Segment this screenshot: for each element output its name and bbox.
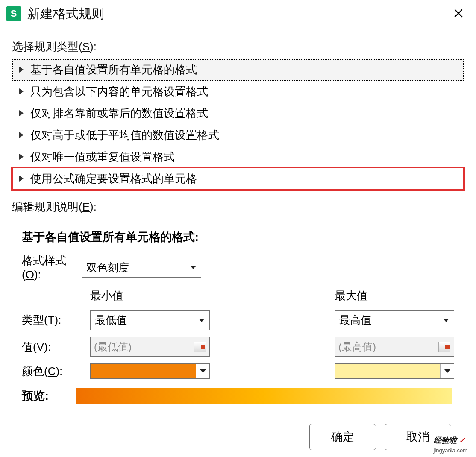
svg-marker-8 bbox=[443, 319, 449, 322]
color-label: 颜色(C): bbox=[22, 364, 82, 379]
min-type-value: 最低值 bbox=[95, 313, 127, 327]
triangle-icon bbox=[18, 66, 24, 74]
dialog-content: 选择规则类型(S): 基于各自值设置所有单元格的格式 只为包含以下内容的单元格设… bbox=[0, 29, 476, 450]
max-value-placeholder: (最高值) bbox=[338, 340, 376, 354]
format-style-label: 格式样式(O): bbox=[22, 253, 82, 281]
svg-marker-0 bbox=[19, 67, 24, 73]
rule-type-text: 使用公式确定要设置格式的单元格 bbox=[30, 171, 197, 186]
max-type-value: 最高值 bbox=[339, 313, 371, 327]
select-rule-type-label: 选择规则类型(S): bbox=[12, 39, 464, 54]
range-picker-icon bbox=[194, 342, 206, 352]
rule-type-item[interactable]: 基于各自值设置所有单元格的格式 bbox=[12, 59, 464, 81]
ok-button[interactable]: 确定 bbox=[309, 424, 376, 450]
watermark-text: 经验啦 bbox=[434, 436, 457, 445]
max-type-dropdown[interactable]: 最高值 bbox=[335, 310, 454, 330]
rule-type-text: 仅对高于或低于平均值的数值设置格式 bbox=[30, 128, 219, 143]
rule-type-text: 仅对唯一值或重复值设置格式 bbox=[30, 149, 175, 164]
svg-marker-7 bbox=[199, 319, 205, 322]
close-icon bbox=[453, 8, 464, 19]
chevron-down-icon bbox=[440, 364, 454, 378]
dialog-footer: 确定 取消 bbox=[12, 413, 464, 450]
edit-rule-desc-label: 编辑规则说明(E): bbox=[12, 199, 464, 214]
triangle-icon bbox=[18, 109, 24, 118]
chevron-down-icon bbox=[190, 265, 197, 270]
svg-marker-9 bbox=[200, 369, 206, 373]
triangle-icon bbox=[18, 153, 24, 161]
app-icon: S bbox=[6, 6, 21, 21]
max-value-input: (最高值) bbox=[335, 337, 454, 357]
rule-type-text: 只为包含以下内容的单元格设置格式 bbox=[30, 84, 208, 99]
format-style-value: 双色刻度 bbox=[86, 261, 129, 275]
value-grid: 最小值 最大值 类型(T): 最低值 最高值 值(V): (最低值) bbox=[22, 288, 454, 379]
triangle-icon bbox=[18, 131, 24, 140]
max-color-picker[interactable] bbox=[335, 363, 454, 379]
gradient-fill bbox=[76, 388, 452, 404]
svg-marker-3 bbox=[19, 132, 24, 138]
chevron-down-icon bbox=[198, 318, 205, 322]
max-header: 最大值 bbox=[335, 288, 454, 303]
rule-type-list: 基于各自值设置所有单元格的格式 只为包含以下内容的单元格设置格式 仅对排名靠前或… bbox=[12, 59, 464, 190]
svg-marker-4 bbox=[19, 154, 24, 160]
color-swatch-orange bbox=[91, 364, 196, 378]
svg-marker-5 bbox=[19, 176, 24, 182]
svg-marker-6 bbox=[190, 266, 196, 269]
rule-type-item[interactable]: 只为包含以下内容的单元格设置格式 bbox=[12, 81, 464, 103]
edit-rule-panel: 基于各自值设置所有单元格的格式: 格式样式(O): 双色刻度 最小值 最大值 类… bbox=[12, 220, 464, 413]
triangle-icon bbox=[18, 88, 24, 96]
min-value-input: (最低值) bbox=[90, 337, 210, 357]
svg-marker-10 bbox=[444, 369, 450, 373]
rule-type-text: 仅对排名靠前或靠后的数值设置格式 bbox=[30, 106, 208, 121]
preview-label: 预览: bbox=[22, 388, 74, 404]
titlebar: S 新建格式规则 bbox=[0, 0, 476, 29]
dialog-title: 新建格式规则 bbox=[27, 5, 449, 23]
svg-marker-1 bbox=[19, 88, 24, 94]
rule-type-item[interactable]: 仅对高于或低于平均值的数值设置格式 bbox=[12, 124, 464, 146]
preview-gradient bbox=[74, 387, 454, 405]
panel-heading: 基于各自值设置所有单元格的格式: bbox=[22, 229, 454, 245]
watermark-url: jingyanla.com bbox=[434, 447, 468, 454]
rule-type-item[interactable]: 仅对排名靠前或靠后的数值设置格式 bbox=[12, 103, 464, 124]
range-picker-icon bbox=[438, 342, 450, 352]
min-color-picker[interactable] bbox=[90, 363, 210, 379]
watermark: 经验啦 ✓ jingyanla.com bbox=[434, 435, 468, 454]
min-type-dropdown[interactable]: 最低值 bbox=[90, 310, 210, 330]
rule-type-item[interactable]: 仅对唯一值或重复值设置格式 bbox=[12, 146, 464, 168]
preview-row: 预览: bbox=[22, 387, 454, 405]
type-label: 类型(T): bbox=[22, 313, 82, 328]
rule-type-item-formula[interactable]: 使用公式确定要设置格式的单元格 bbox=[12, 168, 464, 190]
format-style-row: 格式样式(O): 双色刻度 bbox=[22, 253, 454, 281]
min-value-placeholder: (最低值) bbox=[94, 340, 132, 354]
check-icon: ✓ bbox=[459, 436, 465, 445]
color-swatch-yellow bbox=[335, 364, 440, 378]
chevron-down-icon bbox=[443, 318, 450, 322]
format-style-dropdown[interactable]: 双色刻度 bbox=[82, 258, 201, 278]
svg-marker-2 bbox=[19, 110, 24, 116]
chevron-down-icon bbox=[196, 364, 209, 378]
min-header: 最小值 bbox=[90, 288, 210, 303]
triangle-icon bbox=[18, 175, 24, 183]
value-label: 值(V): bbox=[22, 340, 82, 354]
rule-type-text: 基于各自值设置所有单元格的格式 bbox=[30, 62, 197, 77]
close-button[interactable] bbox=[449, 4, 468, 23]
